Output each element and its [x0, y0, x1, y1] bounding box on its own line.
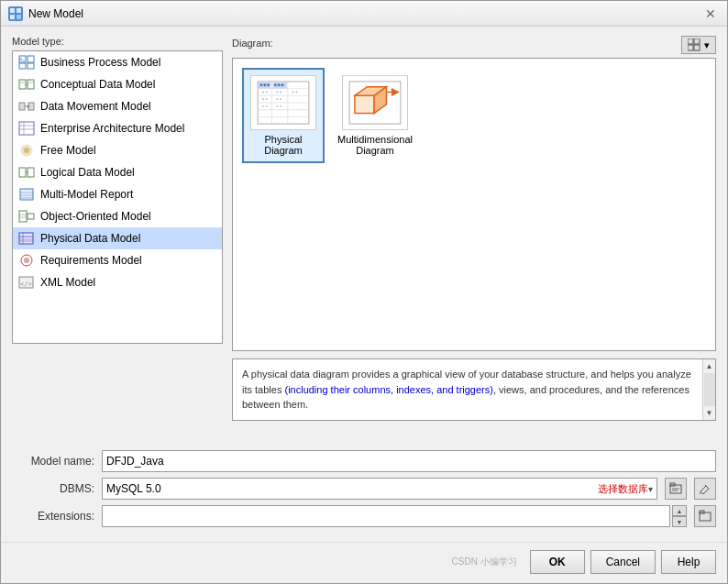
model-item-ldm[interactable]: Logical Data Model [13, 161, 222, 183]
req-icon [18, 252, 35, 269]
extensions-input[interactable] [102, 505, 670, 527]
svg-point-70 [266, 105, 268, 107]
oom-icon [18, 208, 35, 225]
view-toggle-arrow: ▾ [704, 39, 710, 51]
svg-point-61 [262, 98, 264, 100]
svg-point-63 [276, 92, 278, 94]
svg-point-78 [281, 83, 284, 86]
svg-text:</>: </> [20, 281, 32, 288]
scroll-down-button[interactable]: ▼ [703, 407, 716, 420]
model-item-mmr[interactable]: Multi-Model Report [13, 183, 222, 205]
svg-rect-26 [28, 168, 34, 177]
svg-rect-10 [19, 80, 26, 89]
watermark: CSDN 小编学习 [452, 556, 517, 568]
dbms-browse-button[interactable] [665, 478, 687, 500]
extensions-row: Extensions: ▲ ▼ [12, 505, 716, 527]
dbms-label: DBMS: [12, 482, 94, 495]
svg-rect-6 [19, 63, 26, 69]
svg-rect-1 [17, 8, 21, 13]
model-type-list[interactable]: Business Process Model C [12, 50, 223, 344]
svg-point-64 [280, 92, 281, 94]
title-bar-left: New Model [8, 6, 83, 21]
mmr-label: Multi-Model Report [40, 188, 133, 201]
model-item-pdm[interactable]: Physical Data Model [13, 227, 222, 249]
help-button[interactable]: Help [661, 550, 716, 574]
spin-up-button[interactable]: ▲ [672, 505, 687, 516]
bpm-icon [18, 54, 35, 71]
svg-rect-47 [688, 45, 693, 50]
description-link: (including their columns, indexes, and t… [284, 384, 492, 395]
model-type-panel: Model type: [12, 36, 223, 441]
model-item-xml[interactable]: </> XML Model [13, 271, 222, 293]
diagram-header: Diagram: ▾ [232, 36, 716, 54]
svg-point-42 [24, 258, 29, 263]
dbms-row: DBMS: MySQL 5.0 选择数据库 ▾ [12, 478, 716, 500]
ea-label: Enterprise Architecture Model [40, 122, 184, 135]
svg-rect-15 [19, 103, 25, 110]
cdm-label: Conceptual Data Model [40, 78, 155, 91]
model-item-free[interactable]: Free Model [13, 139, 222, 161]
svg-point-73 [260, 83, 263, 86]
diagram-item-physical[interactable]: Physical Diagram [242, 68, 325, 163]
svg-point-69 [262, 105, 264, 107]
dm-label: Data Movement Model [40, 100, 151, 113]
ldm-icon [18, 164, 35, 181]
mmr-icon [18, 186, 35, 203]
svg-point-67 [292, 92, 294, 94]
model-item-oom[interactable]: Object-Oriented Model [13, 205, 222, 227]
req-label: Requirements Model [40, 254, 142, 267]
ok-button[interactable]: OK [530, 550, 585, 574]
dbms-edit-button[interactable] [694, 478, 716, 500]
cdm-icon [18, 76, 35, 93]
model-item-req[interactable]: Requirements Model [13, 249, 222, 271]
svg-point-65 [276, 98, 278, 100]
extensions-browse-button[interactable] [694, 505, 716, 527]
svg-rect-46 [694, 39, 700, 44]
physical-diagram-thumb [250, 75, 316, 130]
cancel-button[interactable]: Cancel [590, 550, 656, 574]
pdm-label: Physical Data Model [40, 232, 140, 245]
model-name-label: Model name: [12, 455, 94, 468]
model-item-ea[interactable]: Enterprise Architecture Model [13, 117, 222, 139]
close-button[interactable]: ✕ [701, 5, 720, 23]
title-bar: New Model ✕ [1, 1, 727, 27]
svg-point-59 [262, 92, 264, 94]
diagram-item-multi[interactable]: MultidimensionalDiagram [334, 68, 416, 163]
description-scrollbar: ▲ ▼ [702, 359, 715, 420]
svg-line-90 [700, 492, 700, 494]
svg-rect-36 [19, 233, 33, 244]
svg-rect-7 [28, 63, 34, 69]
dbms-select[interactable]: MySQL 5.0 选择数据库 ▾ [102, 478, 657, 500]
oom-label: Object-Oriented Model [40, 210, 151, 223]
pdm-icon [18, 230, 35, 247]
free-icon [18, 142, 35, 159]
dialog-icon [8, 6, 23, 21]
svg-point-24 [24, 148, 29, 153]
diagram-label: Diagram: [232, 38, 273, 49]
new-model-dialog: New Model ✕ Model type: [0, 0, 728, 584]
model-name-input[interactable] [102, 450, 716, 472]
model-item-bpm[interactable]: Business Process Model [13, 51, 222, 73]
model-item-dm[interactable]: Data Movement Model [13, 95, 222, 117]
bpm-label: Business Process Model [40, 56, 160, 69]
svg-rect-80 [355, 95, 374, 113]
svg-rect-25 [19, 168, 26, 177]
svg-point-60 [266, 92, 268, 94]
svg-rect-48 [694, 45, 700, 50]
model-name-row: Model name: [12, 450, 716, 472]
svg-rect-35 [28, 214, 34, 219]
svg-rect-3 [17, 15, 21, 19]
free-label: Free Model [40, 144, 96, 157]
scroll-up-button[interactable]: ▲ [703, 359, 716, 372]
physical-diagram-label: Physical Diagram [249, 134, 317, 156]
svg-rect-2 [10, 15, 15, 19]
extensions-wrap: ▲ ▼ [102, 505, 687, 527]
model-item-cdm[interactable]: Conceptual Data Model [13, 73, 222, 95]
svg-point-62 [266, 98, 268, 100]
view-toggle-button[interactable]: ▾ [681, 36, 716, 54]
svg-rect-45 [688, 39, 693, 44]
multi-diagram-thumb [342, 75, 408, 130]
dbms-dropdown-arrow: ▾ [648, 484, 653, 494]
xml-label: XML Model [40, 276, 95, 289]
spin-down-button[interactable]: ▼ [672, 516, 687, 527]
